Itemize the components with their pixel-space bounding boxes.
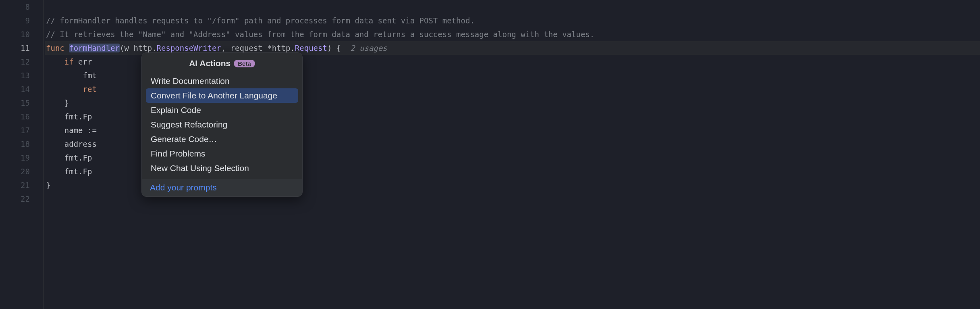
line-number: 11 (0, 41, 43, 55)
ai-action-find-problems[interactable]: Find Problems (146, 146, 298, 161)
popup-header: AI Actions Beta (142, 53, 302, 73)
line-number: 8 (0, 0, 43, 14)
ai-actions-popup: AI Actions Beta Write Documentation Conv… (141, 52, 303, 197)
ai-action-write-documentation[interactable]: Write Documentation (146, 74, 298, 88)
line-number: 10 (0, 27, 43, 41)
ai-action-explain-code[interactable]: Explain Code (146, 103, 298, 117)
ai-action-generate-code[interactable]: Generate Code… (146, 132, 298, 146)
beta-badge: Beta (234, 60, 255, 67)
line-number: 20 (0, 165, 43, 178)
ai-action-suggest-refactoring[interactable]: Suggest Refactoring (146, 117, 298, 132)
code-line[interactable] (45, 0, 980, 14)
popup-footer: Add your prompts (142, 179, 302, 196)
line-number: 16 (0, 110, 43, 123)
line-number: 19 (0, 151, 43, 165)
line-number: 12 (0, 55, 43, 69)
line-number: 14 (0, 82, 43, 96)
code-area[interactable]: // formHandler handles requests to "/for… (44, 0, 980, 309)
ai-action-convert-file[interactable]: Convert File to Another Language (146, 88, 298, 103)
line-number: 15 (0, 96, 43, 110)
usage-hint[interactable]: 2 usages (341, 44, 387, 52)
line-number: 18 (0, 137, 43, 151)
code-editor[interactable]: 8 9 10 11 12 13 14 15 16 17 18 19 20 21 … (0, 0, 980, 309)
popup-title: AI Actions (189, 58, 230, 68)
popup-items: Write Documentation Convert File to Anot… (142, 73, 302, 179)
line-number: 13 (0, 69, 43, 82)
line-number: 17 (0, 123, 43, 137)
gutter: 8 9 10 11 12 13 14 15 16 17 18 19 20 21 … (0, 0, 44, 309)
code-line[interactable]: // formHandler handles requests to "/for… (45, 14, 980, 27)
add-prompts-link[interactable]: Add your prompts (150, 183, 217, 192)
ai-action-new-chat[interactable]: New Chat Using Selection (146, 161, 298, 175)
code-line[interactable]: // It retrieves the "Name" and "Address"… (45, 27, 980, 41)
line-number: 9 (0, 14, 43, 27)
line-number: 21 (0, 178, 43, 192)
line-number: 22 (0, 192, 43, 206)
